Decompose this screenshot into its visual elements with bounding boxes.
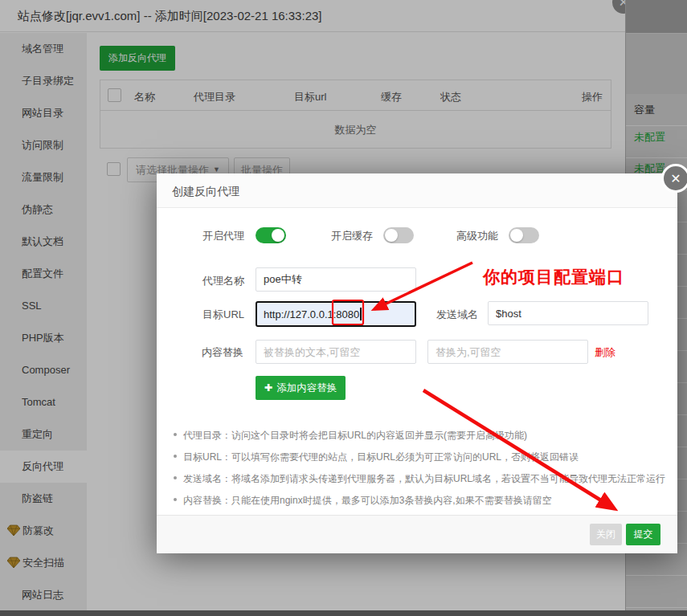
sidebar-item-subdir[interactable]: 子目录绑定 <box>0 65 87 97</box>
gem-icon <box>7 557 20 569</box>
sidebar: 域名管理 子目录绑定 网站目录 访问限制 流量限制 伪静态 默认文档 配置文件 … <box>0 33 87 610</box>
table-header-row: 名称 代理目录 目标url 缓存 状态 操作 <box>100 80 611 111</box>
sidebar-item-site-log[interactable]: 网站日志 <box>0 579 87 611</box>
enable-proxy-toggle[interactable] <box>256 227 286 243</box>
sidebar-item-hotlink[interactable]: 防盗链 <box>0 483 87 515</box>
modal-close-button[interactable]: ✕ <box>661 164 687 193</box>
sidebar-item-traffic-limit[interactable]: 流量限制 <box>0 161 87 194</box>
send-domain-label: 发送域名 <box>436 308 478 322</box>
target-url-input[interactable]: http://127.0.0.1:8080 <box>256 301 416 327</box>
target-url-label: 目标URL <box>202 308 244 322</box>
enable-cache-label: 开启缓存 <box>331 229 373 243</box>
note-proxy-dir: 代理目录：访问这个目录时将会把目标URL的内容返回并显示(需要开启高级功能) <box>174 429 668 443</box>
create-reverse-proxy-modal: 创建反向代理 开启代理 开启缓存 高级功能 代理名称 目标URL http://… <box>157 173 677 553</box>
note-target-url: 目标URL：可以填写你需要代理的站点，目标URL必须为可正常访问的URL，否则将… <box>174 451 668 464</box>
capacity-column-header: 容量 <box>634 103 655 117</box>
target-url-value-port: :8080 <box>333 308 360 320</box>
reverse-proxy-table: 名称 代理目录 目标url 缓存 状态 操作 数据为空 <box>100 80 611 149</box>
modal-title: 创建反向代理 <box>172 185 239 199</box>
col-header-cache: 缓存 <box>381 90 402 104</box>
close-button[interactable]: 关闭 <box>590 524 622 545</box>
proxy-name-input[interactable] <box>256 267 416 292</box>
capacity-cell[interactable]: 未配置 <box>634 130 665 145</box>
screen: 站点修改[jqr.evv1.com] -- 添加时间[2023-02-21 16… <box>0 0 687 616</box>
replace-from-input[interactable] <box>256 340 416 364</box>
submit-button[interactable]: 提交 <box>626 524 660 545</box>
close-icon: ✕ <box>670 171 681 186</box>
batch-checkbox[interactable] <box>107 162 121 176</box>
delete-replace-link[interactable]: 删除 <box>595 345 615 360</box>
sidebar-item-security-scan[interactable]: 安全扫描 <box>0 547 87 579</box>
sidebar-item-ssl[interactable]: SSL <box>0 290 87 322</box>
sidebar-item-domain[interactable]: 域名管理 <box>0 33 87 65</box>
add-content-replace-button[interactable]: ✚添加内容替换 <box>256 376 346 400</box>
target-url-value-prefix: http://127.0.0.1 <box>264 308 333 320</box>
plus-icon: ✚ <box>264 382 272 394</box>
note-content-replace: 内容替换：只能在使用nginx时提供，最多可以添加3条替换内容,如果不需要替换请… <box>174 494 668 508</box>
replace-to-input[interactable] <box>427 340 588 364</box>
text-cursor <box>360 308 362 320</box>
sidebar-item-composer[interactable]: Composer <box>0 354 87 386</box>
col-header-status: 状态 <box>440 90 461 104</box>
col-header-dir: 代理目录 <box>194 90 235 104</box>
table-empty-row: 数据为空 <box>100 111 611 149</box>
modal-footer: 关闭 提交 <box>157 515 677 553</box>
dialog-title-bar: 站点修改[jqr.evv1.com] -- 添加时间[2023-02-21 16… <box>0 0 625 32</box>
modal-header: 创建反向代理 <box>157 173 677 208</box>
col-header-action: 操作 <box>582 90 603 104</box>
enable-cache-toggle[interactable] <box>383 227 414 243</box>
advanced-feature-toggle[interactable] <box>509 227 539 243</box>
enable-proxy-label: 开启代理 <box>202 229 244 243</box>
sidebar-item-reverse-proxy[interactable]: 反向代理 <box>0 451 87 483</box>
sidebar-item-access-limit[interactable]: 访问限制 <box>0 129 87 161</box>
sidebar-item-php-version[interactable]: PHP版本 <box>0 322 87 354</box>
sidebar-item-tamper-proof[interactable]: 防篡改 <box>0 515 87 547</box>
note-send-domain: 发送域名：将域名添加到请求头传递到代理服务器，默认为目标URL域名，若设置不当可… <box>174 472 668 486</box>
sidebar-item-site-dir[interactable]: 网站目录 <box>0 97 87 129</box>
select-all-checkbox[interactable] <box>108 88 121 102</box>
gem-icon <box>7 524 20 536</box>
sidebar-item-redirect[interactable]: 重定向 <box>0 418 87 451</box>
col-header-url: 目标url <box>294 90 326 104</box>
help-notes: 代理目录：访问这个目录时将会把目标URL的内容返回并显示(需要开启高级功能) 目… <box>174 429 668 516</box>
sidebar-item-config-file[interactable]: 配置文件 <box>0 258 87 290</box>
send-domain-input[interactable] <box>488 301 648 325</box>
proxy-name-label: 代理名称 <box>202 274 244 288</box>
sidebar-item-tomcat[interactable]: Tomcat <box>0 386 87 418</box>
page-bottom-background <box>0 610 687 616</box>
col-header-name: 名称 <box>134 90 155 104</box>
dialog-title: 站点修改[jqr.evv1.com] -- 添加时间[2023-02-21 16… <box>18 9 321 24</box>
sidebar-item-rewrite[interactable]: 伪静态 <box>0 194 87 226</box>
advanced-feature-label: 高级功能 <box>456 229 498 243</box>
sidebar-item-default-doc[interactable]: 默认文档 <box>0 226 87 258</box>
add-reverse-proxy-button[interactable]: 添加反向代理 <box>100 46 175 71</box>
content-replace-label: 内容替换 <box>202 345 243 360</box>
